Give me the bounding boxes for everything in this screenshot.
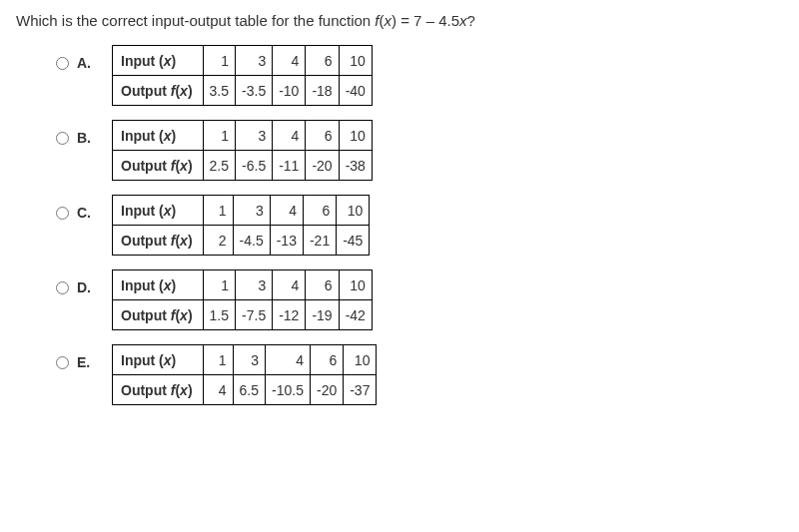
table-row: Output f(x) 1.5 -7.5 -12 -19 -42 <box>113 300 373 330</box>
table-row: Input (x) 1 3 4 6 10 <box>113 196 370 226</box>
option-c[interactable]: C. Input (x) 1 3 4 6 10 Output f(x) 2 -4… <box>56 195 783 256</box>
cell: -20 <box>306 151 339 181</box>
cell: 3 <box>233 345 265 375</box>
options-group: A. Input (x) 1 3 4 6 10 Output f(x) 3.5 … <box>16 45 783 405</box>
cell: 3 <box>236 121 273 151</box>
cell: -38 <box>339 151 372 181</box>
question-suffix: ) = 7 – 4.5 <box>392 12 459 29</box>
question-text: Which is the correct input-output table … <box>16 12 783 29</box>
cell: 3.5 <box>203 76 235 106</box>
option-e[interactable]: E. Input (x) 1 3 4 6 10 Output f(x) 4 6.… <box>56 344 783 405</box>
cell: 4 <box>203 375 233 405</box>
question-end: ? <box>467 12 475 29</box>
cell: 1 <box>203 196 233 226</box>
cell: 1 <box>203 121 235 151</box>
output-header: Output f(x) <box>113 300 204 330</box>
cell: -12 <box>273 300 306 330</box>
input-header: Input (x) <box>113 345 204 375</box>
cell: 4 <box>273 121 306 151</box>
cell: -18 <box>306 76 339 106</box>
cell: 1 <box>203 270 235 300</box>
option-label-a: A. <box>77 55 91 71</box>
cell: 3 <box>236 46 273 76</box>
input-header: Input (x) <box>113 121 204 151</box>
cell: -45 <box>337 226 370 256</box>
cell: 6 <box>306 270 339 300</box>
cell: -20 <box>310 375 343 405</box>
question-prefix: Which is the correct input-output table … <box>16 12 375 29</box>
cell: -6.5 <box>236 151 273 181</box>
table-row: Output f(x) 2.5 -6.5 -11 -20 -38 <box>113 151 373 181</box>
cell: -3.5 <box>236 76 273 106</box>
cell: 6 <box>303 196 336 226</box>
table-row: Output f(x) 2 -4.5 -13 -21 -45 <box>113 226 370 256</box>
cell: -40 <box>339 76 372 106</box>
table-row: Input (x) 1 3 4 6 10 <box>113 46 373 76</box>
output-header: Output f(x) <box>113 151 204 181</box>
radio-e[interactable] <box>56 356 69 369</box>
input-header: Input (x) <box>113 196 204 226</box>
cell: 6 <box>310 345 343 375</box>
radio-c[interactable] <box>56 207 69 220</box>
cell: -7.5 <box>236 300 273 330</box>
option-d[interactable]: D. Input (x) 1 3 4 6 10 Output f(x) 1.5 … <box>56 269 783 330</box>
cell: -42 <box>339 300 372 330</box>
table-e: Input (x) 1 3 4 6 10 Output f(x) 4 6.5 -… <box>112 344 377 405</box>
cell: -19 <box>306 300 339 330</box>
option-label-b: B. <box>77 130 91 146</box>
table-d: Input (x) 1 3 4 6 10 Output f(x) 1.5 -7.… <box>112 269 373 330</box>
cell: 2 <box>203 226 233 256</box>
cell: 6 <box>306 46 339 76</box>
cell: 1.5 <box>203 300 235 330</box>
cell: 10 <box>339 121 372 151</box>
cell: 10 <box>344 345 377 375</box>
table-row: Output f(x) 3.5 -3.5 -10 -18 -40 <box>113 76 373 106</box>
table-c: Input (x) 1 3 4 6 10 Output f(x) 2 -4.5 … <box>112 195 370 256</box>
input-header: Input (x) <box>113 270 204 300</box>
radio-a[interactable] <box>56 57 69 70</box>
cell: 4 <box>273 46 306 76</box>
cell: 3 <box>233 196 270 226</box>
question-var-2: x <box>459 12 467 29</box>
output-header: Output f(x) <box>113 375 204 405</box>
table-row: Input (x) 1 3 4 6 10 <box>113 270 373 300</box>
cell: 2.5 <box>203 151 235 181</box>
table-row: Output f(x) 4 6.5 -10.5 -20 -37 <box>113 375 377 405</box>
radio-b[interactable] <box>56 132 69 145</box>
cell: -13 <box>270 226 303 256</box>
cell: 4 <box>266 345 311 375</box>
cell: -37 <box>344 375 377 405</box>
cell: 10 <box>339 46 372 76</box>
option-b[interactable]: B. Input (x) 1 3 4 6 10 Output f(x) 2.5 … <box>56 120 783 181</box>
table-row: Input (x) 1 3 4 6 10 <box>113 345 377 375</box>
cell: 4 <box>273 270 306 300</box>
input-header: Input (x) <box>113 46 204 76</box>
cell: 6 <box>306 121 339 151</box>
cell: -10 <box>273 76 306 106</box>
cell: -4.5 <box>233 226 270 256</box>
radio-d[interactable] <box>56 281 69 294</box>
option-label-d: D. <box>77 279 91 295</box>
cell: 10 <box>339 270 372 300</box>
question-var: x <box>385 12 393 29</box>
option-label-e: E. <box>77 354 90 370</box>
option-a[interactable]: A. Input (x) 1 3 4 6 10 Output f(x) 3.5 … <box>56 45 783 106</box>
output-header: Output f(x) <box>113 226 204 256</box>
cell: 1 <box>203 46 235 76</box>
cell: -11 <box>273 151 306 181</box>
option-label-c: C. <box>77 205 91 221</box>
cell: 3 <box>236 270 273 300</box>
table-row: Input (x) 1 3 4 6 10 <box>113 121 373 151</box>
cell: -21 <box>303 226 336 256</box>
table-a: Input (x) 1 3 4 6 10 Output f(x) 3.5 -3.… <box>112 45 373 106</box>
table-b: Input (x) 1 3 4 6 10 Output f(x) 2.5 -6.… <box>112 120 373 181</box>
cell: 6.5 <box>233 375 265 405</box>
cell: 4 <box>270 196 303 226</box>
cell: 1 <box>203 345 233 375</box>
cell: -10.5 <box>266 375 311 405</box>
cell: 10 <box>337 196 370 226</box>
output-header: Output f(x) <box>113 76 204 106</box>
